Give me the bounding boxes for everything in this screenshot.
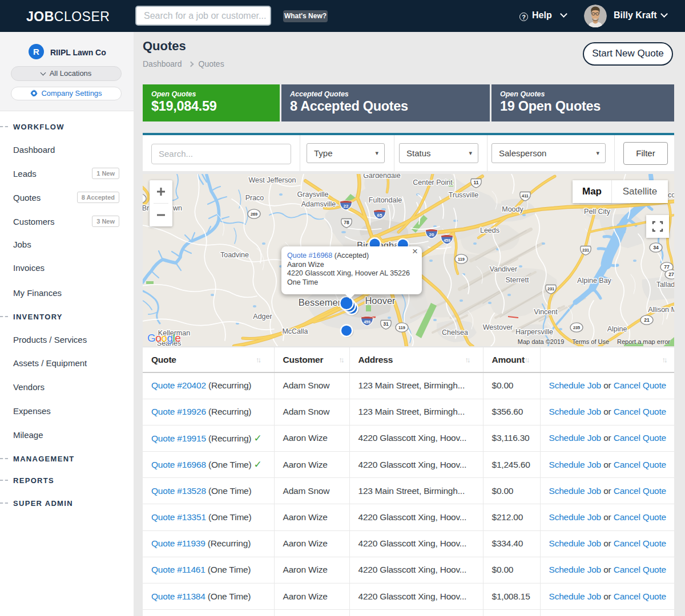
svg-text:78: 78 xyxy=(344,220,349,225)
svg-text:col: col xyxy=(668,191,674,199)
svg-text:Tallad: Tallad xyxy=(656,281,674,289)
svg-text:Pell City: Pell City xyxy=(584,208,611,216)
svg-text:Trussville: Trussville xyxy=(449,191,478,199)
svg-text:21: 21 xyxy=(644,317,650,323)
svg-text:Alpine Bay: Alpine Bay xyxy=(577,277,612,285)
svg-text:Westover: Westover xyxy=(483,323,513,331)
svg-text:Vandiver: Vandiver xyxy=(490,265,517,273)
svg-text:Vincent: Vincent xyxy=(534,308,558,316)
svg-text:269: 269 xyxy=(251,212,257,217)
svg-text:Chelsea: Chelsea xyxy=(442,329,468,337)
svg-text:459: 459 xyxy=(364,320,370,324)
svg-text:Praco: Praco xyxy=(245,194,264,202)
svg-text:West Jefferson: West Jefferson xyxy=(249,176,296,184)
svg-text:231: 231 xyxy=(547,286,554,291)
svg-text:27: 27 xyxy=(668,271,674,277)
svg-text:McCalla: McCalla xyxy=(282,327,308,335)
svg-text:Adamsville: Adamsville xyxy=(301,200,336,208)
svg-text:Adger: Adger xyxy=(253,313,272,321)
svg-text:Toadvine: Toadvine xyxy=(220,251,249,259)
svg-text:Gardendale: Gardendale xyxy=(363,174,400,180)
svg-text:Fultondale: Fultondale xyxy=(369,196,402,204)
svg-text:77: 77 xyxy=(664,264,670,270)
svg-text:11: 11 xyxy=(474,180,479,185)
svg-text:20: 20 xyxy=(429,232,434,237)
svg-text:65: 65 xyxy=(377,213,382,218)
svg-text:Br: Br xyxy=(143,204,149,212)
svg-text:Harpersville: Harpersville xyxy=(515,328,553,336)
svg-text:119: 119 xyxy=(458,257,465,262)
svg-text:459: 459 xyxy=(444,238,450,242)
svg-text:wn: wn xyxy=(172,204,182,212)
svg-text:22: 22 xyxy=(344,204,349,209)
svg-text:235: 235 xyxy=(573,325,580,330)
svg-text:Graysville: Graysville xyxy=(297,191,329,198)
svg-text:231: 231 xyxy=(582,248,589,253)
svg-text:31: 31 xyxy=(383,321,389,327)
svg-text:Moody: Moody xyxy=(502,205,523,213)
svg-text:Leeds: Leeds xyxy=(480,226,499,234)
svg-text:34: 34 xyxy=(653,245,659,250)
svg-text:Center Point: Center Point xyxy=(413,179,453,187)
svg-text:Hoover: Hoover xyxy=(365,295,396,306)
svg-text:411: 411 xyxy=(522,193,529,198)
svg-text:Alpine: Alpine xyxy=(607,325,627,333)
svg-text:Allison Mi: Allison Mi xyxy=(648,306,674,314)
svg-text:Bessemer: Bessemer xyxy=(299,297,341,307)
svg-text:119: 119 xyxy=(398,325,405,330)
svg-text:Sterrett: Sterrett xyxy=(506,276,530,284)
